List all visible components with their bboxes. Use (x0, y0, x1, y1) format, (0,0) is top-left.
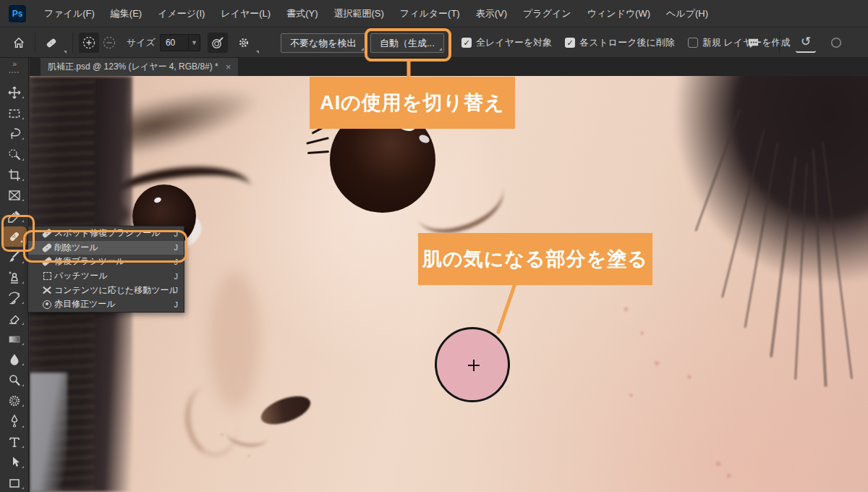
move-tool[interactable] (0, 82, 28, 103)
smudge-tool[interactable] (0, 391, 28, 411)
checkbox-checked-icon[interactable]: ✓ (565, 38, 575, 48)
marquee-tool[interactable] (0, 103, 28, 123)
flyout-item-remove-tool[interactable]: ▪ 削除ツール J (28, 241, 184, 255)
menu-filter[interactable]: フィルター(T) (392, 0, 468, 27)
object-selection-tool[interactable] (0, 144, 28, 164)
document-tab[interactable]: 肌補正.psd @ 123% (レイヤー 4, RGB/8#) * × (41, 58, 238, 76)
red-eye-tool-icon (40, 300, 54, 309)
photo-blemish (629, 393, 634, 398)
spot-healing-brush-preset-icon[interactable] (41, 33, 61, 53)
frame-tool[interactable] (0, 185, 28, 205)
spot-healing-brush-icon (40, 231, 54, 236)
photo-blemish (686, 374, 692, 380)
flyout-item-patch-tool[interactable]: パッチツール J (28, 269, 184, 284)
tab-close-icon[interactable]: × (226, 62, 231, 72)
menu-file[interactable]: ファイル(F) (36, 0, 103, 27)
brush-add-icon[interactable] (79, 33, 99, 53)
blur-tool[interactable] (0, 349, 28, 370)
clone-stamp-tool[interactable] (0, 268, 28, 288)
photo-blemish (623, 306, 629, 313)
eraser-tool[interactable] (0, 308, 28, 328)
flyout-item-healing-brush[interactable]: 修復ブラシツール J (28, 255, 184, 269)
status-circle-icon (826, 33, 846, 53)
spot-healing-brush-tool[interactable] (1, 226, 27, 247)
path-selection-tool[interactable] (0, 452, 28, 472)
photo-nostril (258, 391, 315, 430)
auto-generate-button[interactable]: 自動（生成... (370, 33, 444, 53)
tab-bar: 肌補正.psd @ 123% (レイヤー 4, RGB/8#) * × (30, 58, 868, 76)
home-icon[interactable] (9, 33, 29, 53)
menu-bar: Ps ファイル(F) 編集(E) イメージ(I) レイヤー(L) 書式(Y) 選… (0, 0, 868, 27)
menu-plugins[interactable]: プラグイン (515, 0, 579, 27)
photo-blemish (219, 432, 224, 437)
undo-icon[interactable]: ↺ (796, 33, 816, 53)
button-submenu-icon (439, 48, 442, 51)
photo-blemish (726, 472, 732, 479)
brush-tool[interactable] (0, 247, 28, 267)
gear-icon[interactable] (234, 33, 254, 53)
dodge-tool[interactable] (0, 370, 28, 390)
rectangle-tool[interactable] (0, 472, 28, 492)
menu-layer[interactable]: レイヤー(L) (213, 0, 278, 27)
remove-tool-icon (40, 245, 54, 250)
toolbar-collapse-icon[interactable]: » (12, 59, 16, 68)
patch-tool-icon (40, 272, 54, 280)
flyout-item-red-eye-tool[interactable]: 赤目修正ツール J (28, 297, 184, 312)
menu-select[interactable]: 選択範囲(S) (326, 0, 392, 27)
photo-blemish (653, 360, 660, 367)
checkbox-checked-icon[interactable]: ✓ (461, 38, 472, 48)
options-bar: サイズ 60 ▼ 不要な物を検出 自動（生成... ✓ 全レイヤーを対象 ✓ 各… (0, 27, 868, 58)
eyedropper-tool[interactable] (0, 205, 28, 226)
gear-dropdown-icon[interactable] (256, 51, 259, 54)
size-input[interactable]: 60 ▼ (160, 34, 200, 51)
photo-blemish (639, 331, 644, 336)
menu-type[interactable]: 書式(Y) (278, 0, 326, 27)
photoshop-logo: Ps (9, 5, 26, 22)
gradient-tool[interactable] (0, 329, 28, 349)
menu-help[interactable]: ヘルプ(H) (658, 0, 716, 27)
tool-preset-dropdown-icon[interactable] (64, 51, 67, 54)
photo-blemish (714, 461, 723, 467)
checkbox-sample-all-layers[interactable]: ✓ 全レイヤーを対象 (461, 36, 552, 49)
history-brush-tool[interactable] (0, 288, 28, 308)
photo-background-wall (30, 373, 67, 492)
menu-view[interactable]: 表示(V) (468, 0, 515, 27)
toolbar: » •••• (0, 58, 29, 492)
checkbox-unchecked-icon[interactable] (688, 38, 698, 48)
size-chevron-icon[interactable]: ▼ (188, 35, 200, 51)
lasso-tool[interactable] (0, 124, 28, 144)
photo-right-eye-iris (330, 107, 435, 213)
toolbar-drag-handle[interactable]: •••• (9, 69, 20, 75)
comment-icon[interactable] (743, 33, 763, 53)
button-submenu-icon (361, 48, 364, 51)
current-tool-bullet: ▪ (33, 245, 40, 251)
tool-flyout-menu: スポット修復ブラシツール J ▪ 削除ツール J 修復ブラシツール J パッチツ… (27, 226, 184, 313)
brush-subtract-icon[interactable] (99, 33, 119, 53)
photo-blemish (247, 454, 251, 458)
flyout-item-content-aware-move[interactable]: コンテンツに応じた移動ツール J (28, 283, 184, 297)
sample-all-layers-icon[interactable] (208, 33, 228, 53)
size-value: 60 (161, 38, 188, 48)
detect-objects-button[interactable]: 不要な物を検出 (281, 33, 366, 53)
menu-window[interactable]: ウィンドウ(W) (579, 0, 658, 27)
menu-edit[interactable]: 編集(E) (103, 0, 150, 27)
content-aware-move-icon (40, 285, 54, 295)
checkbox-delete-after-stroke[interactable]: ✓ 各ストローク後に削除 (565, 36, 675, 49)
type-tool[interactable] (0, 432, 28, 452)
flyout-item-spot-healing-brush[interactable]: スポット修復ブラシツール J (28, 226, 184, 241)
healing-brush-icon (40, 259, 54, 264)
crop-tool[interactable] (0, 165, 28, 185)
document-tab-title: 肌補正.psd @ 123% (レイヤー 4, RGB/8#) * (48, 61, 218, 73)
menu-image[interactable]: イメージ(I) (150, 0, 213, 27)
size-label: サイズ (127, 36, 156, 49)
pen-tool[interactable] (0, 411, 28, 431)
